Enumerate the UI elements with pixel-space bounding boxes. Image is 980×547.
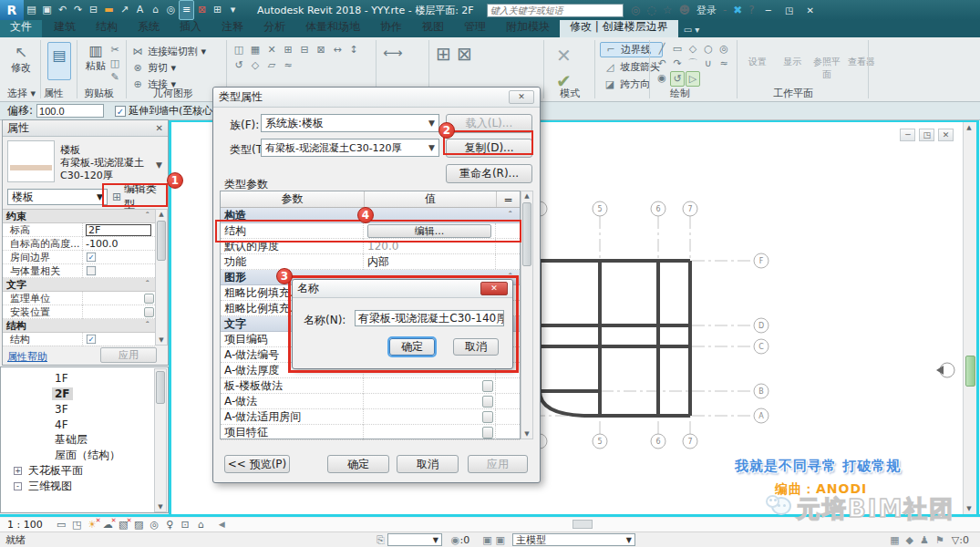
draw-tool-icon-0[interactable]: ╱ — [655, 42, 669, 56]
text-icon[interactable]: A — [132, 1, 148, 19]
boundary-item-1[interactable]: ◿坡度箭头 — [600, 59, 663, 75]
tree-item-3[interactable]: 4F — [1, 417, 168, 432]
edit-structure-button[interactable]: 编辑... — [367, 224, 491, 238]
search-input[interactable] — [487, 4, 624, 17]
ribbon-tab-3[interactable]: 系统 — [128, 17, 170, 37]
draw-tool-icon-2[interactable]: ◇ — [686, 42, 700, 56]
properties-scrollbar[interactable]: ▲ ▼ — [155, 209, 168, 346]
print-icon[interactable]: ⊟ — [86, 1, 101, 19]
tree-item-1[interactable]: 2F — [1, 386, 168, 401]
clipboard-panel-label[interactable]: 剪贴板 — [84, 87, 114, 100]
tree-item-2[interactable]: 3F — [1, 401, 168, 417]
modify-tool-icon-7[interactable]: ↕ — [346, 43, 361, 57]
draw-tool-icon-7[interactable]: ⌒ — [686, 57, 700, 70]
browse-button[interactable] — [144, 294, 154, 304]
boundary-item-2[interactable]: ◪跨方向 — [600, 77, 663, 92]
status-icon-2[interactable]: ♟ — [920, 534, 929, 546]
rename-button[interactable]: 重命名(R)... — [446, 164, 532, 183]
name-dialog-close-icon[interactable]: ✕ — [480, 282, 508, 295]
switch-windows-icon[interactable]: ⊞ — [210, 1, 225, 19]
preview-button[interactable]: << 预览(P) — [224, 455, 290, 473]
cancel-sketch-icon[interactable]: ✕ — [556, 45, 572, 67]
ribbon-tab-1[interactable]: 建筑 — [44, 17, 86, 37]
scrollbar-thumb[interactable] — [965, 356, 975, 387]
tree-item-6[interactable]: +天花板平面 — [1, 463, 168, 479]
match-type-icon[interactable]: ✎ — [108, 70, 122, 84]
vertical-scrollbar[interactable]: ▲ ▼ — [963, 122, 976, 514]
design-option-icon1[interactable]: ▣ — [482, 534, 491, 546]
status-icon-1[interactable]: ◆ — [906, 534, 913, 546]
modify-tool-icon-1[interactable]: ▦ — [248, 43, 263, 57]
draw-panel-label[interactable]: 绘制 — [670, 87, 690, 100]
properties-help-link[interactable]: 属性帮助 — [7, 350, 47, 364]
boundary-item-0[interactable]: ⌐边界线 — [600, 42, 663, 57]
geometry-panel-label[interactable]: 几何图形 — [153, 87, 193, 100]
type-selector-arrow-icon[interactable]: ▼ — [156, 160, 162, 170]
design-options-select[interactable]: 主模型▼ — [512, 533, 635, 546]
draw-tool-icon-12[interactable]: ▷ — [686, 71, 700, 87]
draw-tool-icon-5[interactable]: ↶ — [655, 57, 669, 70]
modify-tool-icon-3[interactable]: ⊞ — [281, 43, 295, 57]
login-label[interactable]: 登录 — [696, 4, 717, 17]
category-filter-combo[interactable]: 楼板▼ — [7, 189, 108, 205]
copy-icon[interactable]: ◫ — [108, 57, 122, 70]
viewbar-icon-1[interactable]: ◳ — [69, 520, 85, 530]
modify-tool-icon-0[interactable]: ◫ — [232, 43, 246, 57]
filter-icon[interactable]: ▽:0 — [952, 534, 969, 546]
tree-expander-icon[interactable]: + — [14, 467, 22, 475]
name-input[interactable]: 有梁板-现浇混凝土C30-140厚 — [355, 310, 504, 326]
ribbon-tab-6[interactable]: 分析 — [253, 17, 295, 37]
revit-logo-icon[interactable]: R — [0, 0, 24, 20]
create-group-icon[interactable]: ⊞ ⊠ — [436, 43, 472, 65]
name-cancel-button[interactable]: 取消 — [453, 338, 499, 356]
modify-tool-icon-9[interactable]: ◇ — [248, 58, 263, 72]
ribbon-tab-8[interactable]: 协作 — [370, 17, 412, 37]
window-restore-icon[interactable]: ◳ — [782, 5, 797, 15]
window-minimize-icon[interactable]: ─ — [761, 5, 776, 15]
properties-panel-label[interactable]: 属性 — [44, 87, 64, 100]
name-dialog-title-bar[interactable]: 名称 ✕ — [293, 280, 512, 298]
dialog-close-icon[interactable]: ✕ — [509, 90, 534, 104]
redo-icon[interactable]: ↷ — [70, 1, 86, 19]
elevation-marker[interactable] — [936, 363, 954, 377]
geometry-item-1[interactable]: ⊗剪切 ▾ — [130, 59, 206, 76]
modify-tool-icon-10[interactable]: ▱ — [264, 58, 279, 72]
scroll-up-icon[interactable]: ▲ — [964, 124, 975, 131]
save-icon[interactable]: ▣ — [39, 1, 55, 19]
duplicate-button[interactable]: 复制(D)... — [446, 139, 532, 158]
modify-tool-icon-11[interactable]: ≈ — [281, 58, 295, 72]
browse-button[interactable] — [482, 396, 493, 408]
viewbar-icon-9[interactable]: ⌂ — [193, 520, 209, 530]
open-icon[interactable]: ▤ — [24, 1, 39, 19]
type-selector[interactable]: 楼板 有梁板-现浇混凝土 C30-120厚 — [60, 144, 151, 182]
hscroll-thumb[interactable] — [573, 520, 593, 529]
measure-icon[interactable]: ▬ — [101, 1, 117, 19]
dialog-ok-button[interactable]: 确定 — [327, 455, 389, 473]
search-icon[interactable]: ◎ — [631, 5, 640, 15]
tree-item-4[interactable]: 基础层 — [1, 432, 168, 448]
extend-into-wall-checkbox[interactable]: ✓ — [115, 106, 126, 117]
view-close-icon[interactable]: ✕ — [938, 129, 954, 141]
default-3d-view-icon[interactable]: ⌂ — [148, 1, 163, 19]
tree-item-7[interactable]: -三维视图 — [1, 479, 168, 494]
cut-icon[interactable]: ✂ — [108, 43, 122, 57]
viewbar-icon-6[interactable]: ◎ — [147, 520, 162, 530]
tree-item-5[interactable]: 屋面（结构） — [1, 448, 168, 463]
property-group-5[interactable]: 文字ˆ — [3, 278, 155, 292]
draw-tool-icon-3[interactable]: ○ — [701, 42, 716, 56]
load-button[interactable]: 载入(L)... — [446, 114, 532, 133]
draw-tool-icon-9[interactable]: ≈ — [717, 57, 731, 70]
measure-tool-icon[interactable]: ⟷ — [383, 45, 403, 61]
draw-tool-icon-4[interactable]: ◎ — [717, 42, 731, 56]
type-combo[interactable]: 有梁板-现浇混凝土C30-120厚▼ — [261, 139, 439, 157]
property-group-8[interactable]: 结构ˆ — [3, 319, 155, 333]
workplane-item-0[interactable]: 设置 — [744, 43, 771, 81]
modify-button[interactable]: ↖ 修改 — [7, 43, 35, 75]
ribbon-display-toggle-icon[interactable]: ▭ ▾ — [684, 25, 700, 37]
family-combo[interactable]: 系统族:楼板▼ — [261, 114, 439, 132]
view-minimize-icon[interactable]: ─ — [900, 129, 915, 141]
properties-button[interactable]: ▤ — [47, 42, 71, 80]
offset-input[interactable] — [36, 104, 104, 118]
ribbon-tab-9[interactable]: 视图 — [412, 17, 454, 37]
draw-tool-icon-1[interactable]: ▭ — [670, 42, 685, 56]
